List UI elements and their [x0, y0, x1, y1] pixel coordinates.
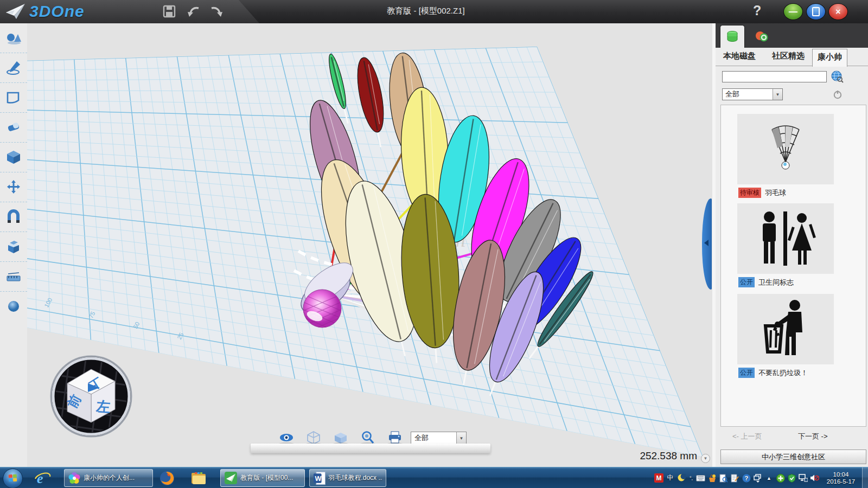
database-icon	[725, 30, 739, 44]
model-item-label: 公开 不要乱扔垃圾！	[738, 368, 808, 377]
file-explorer-button[interactable]	[188, 470, 209, 487]
next-page-button[interactable]: 下一页 ->	[798, 432, 828, 441]
close-button[interactable]: ×	[828, 3, 848, 20]
surface-icon	[5, 89, 22, 106]
resource-panel: 本地磁盘 社区精选 康小帅 全部 ▼	[712, 23, 868, 467]
move-tool[interactable]	[0, 172, 27, 202]
globe-search-icon	[831, 70, 844, 83]
model-item-thumbnail[interactable]	[737, 203, 834, 274]
paint-basket-tray-icon[interactable]	[707, 473, 717, 483]
pinwheel-icon	[68, 472, 81, 485]
panel-nav-tabs: 本地磁盘 社区精选 康小帅	[716, 48, 868, 66]
windows-taskbar: e 康小帅的个人创...	[0, 467, 868, 488]
online-search-button[interactable]	[831, 70, 844, 83]
ime-indicator[interactable]: 中	[666, 473, 675, 483]
task-button-3done[interactable]: 教育版 - [模型00...	[220, 469, 305, 487]
assembly-tool[interactable]	[0, 202, 27, 232]
tab-user-kangxiaoshuai[interactable]: 康小帅	[812, 49, 847, 67]
logo-text: 3DOne	[29, 2, 85, 21]
search-doc-tray-icon[interactable]	[719, 473, 728, 483]
clock-date: 2016-5-17	[821, 478, 860, 485]
task-button-personal-space[interactable]: 康小帅的个人创...	[64, 469, 153, 487]
combine-tool[interactable]	[0, 232, 27, 262]
windows-flag-icon	[8, 474, 17, 483]
taskbar-clock[interactable]: 10:04 2016-5-17	[821, 471, 860, 485]
viewport-scene: 100 75 50 25 i3DOne.com	[27, 23, 712, 467]
ruler-icon	[5, 268, 22, 285]
panel-icon-tabs	[716, 23, 868, 48]
chevron-down-icon[interactable]: ▼	[456, 432, 466, 444]
tab-community-featured[interactable]: 社区精选	[772, 51, 805, 61]
help-button[interactable]: ?	[753, 3, 761, 18]
sketch-tool[interactable]	[0, 53, 27, 83]
security-plus-tray-icon[interactable]	[776, 473, 785, 483]
shuttlecock-sketch-thumbnail	[767, 124, 805, 174]
measure-tool[interactable]	[0, 262, 27, 292]
window-restore-tray-icon[interactable]	[753, 473, 762, 483]
feature-tool[interactable]	[0, 143, 27, 172]
primitives-tool[interactable]	[0, 23, 27, 53]
help-tray-icon[interactable]: ?	[742, 473, 751, 483]
material-tool[interactable]	[0, 292, 27, 321]
show-desktop-button[interactable]	[862, 467, 868, 488]
undo-icon	[186, 4, 202, 20]
title-bar: 3DOne 教育版 - [模型002.Z1] ? — ×	[0, 0, 868, 24]
display-filter-select[interactable]: 全部 ▼	[411, 432, 467, 445]
task-button-word-doc[interactable]: W 羽毛球教程.docx ...	[309, 469, 386, 487]
previous-page-button[interactable]: <- 上一页	[732, 432, 762, 441]
trim-tool[interactable]	[0, 113, 27, 143]
tab-local-resources[interactable]	[720, 25, 745, 48]
undo-button[interactable]	[186, 4, 202, 20]
sphere-icon	[5, 298, 22, 314]
clock-time: 10:04	[821, 471, 860, 478]
left-toolbar	[0, 23, 28, 467]
show-hidden-icons-button[interactable]: ▲	[764, 473, 774, 483]
internet-explorer-button[interactable]: e	[31, 470, 53, 487]
surface-tool[interactable]	[0, 83, 27, 113]
minimize-button[interactable]: —	[783, 3, 803, 20]
search-input[interactable]	[722, 71, 827, 82]
model-list: 待审核 羽毛球 公开 卫生间标志	[720, 105, 866, 427]
combine-box-icon	[5, 239, 22, 255]
task-button-label: 康小帅的个人创...	[84, 473, 135, 483]
chevron-down-icon[interactable]: ▼	[773, 89, 782, 100]
start-button[interactable]	[3, 468, 23, 488]
restroom-sign-thumbnail	[753, 208, 818, 269]
model-item-thumbnail[interactable]	[737, 294, 834, 364]
view-cube[interactable]: 前 上 左	[51, 356, 131, 436]
chevron-left-icon	[704, 240, 709, 246]
measurement-unit-button[interactable]: ▼	[701, 454, 710, 463]
view-cube-left-face[interactable]: 左	[95, 398, 111, 415]
model-item-name: 羽毛球	[765, 188, 786, 198]
save-button[interactable]	[162, 4, 178, 20]
display-filter-value: 全部	[411, 433, 456, 443]
community-logo-icon	[755, 29, 770, 43]
firefox-button[interactable]	[156, 470, 178, 487]
volume-muted-tray-icon[interactable]	[810, 473, 819, 483]
logout-button[interactable]	[833, 89, 843, 99]
redo-button[interactable]	[208, 4, 225, 20]
status-badge-public: 公开	[738, 368, 755, 378]
mcafee-tray-icon[interactable]: M	[654, 473, 663, 483]
tab-community[interactable]	[750, 25, 774, 48]
status-badge-pending: 待审核	[738, 188, 761, 198]
svg-text:e: e	[37, 471, 43, 486]
edit-doc-tray-icon[interactable]	[730, 473, 739, 483]
task-button-label: 羽毛球教程.docx ...	[328, 473, 382, 483]
3done-app-icon	[224, 471, 238, 485]
keyboard-tray-icon[interactable]	[696, 473, 705, 483]
model-item-name: 卫生间标志	[758, 278, 794, 287]
tab-local-disk[interactable]: 本地磁盘	[723, 51, 756, 61]
maximize-button[interactable]	[806, 3, 826, 20]
save-icon	[162, 4, 177, 19]
shield-tray-icon[interactable]	[787, 473, 796, 483]
svg-text:W: W	[315, 474, 321, 482]
category-filter-select[interactable]: 全部 ▼	[722, 88, 783, 100]
moon-tray-icon[interactable]	[677, 473, 686, 483]
viewport-canvas[interactable]: 100 75 50 25 i3DOne.com	[27, 23, 712, 467]
community-site-button[interactable]: 中小学三维创意社区	[720, 450, 866, 464]
no-littering-thumbnail	[756, 299, 815, 359]
network-tray-icon[interactable]	[799, 473, 808, 483]
measurement-readout: 252.538 mm	[610, 450, 697, 462]
model-item-thumbnail[interactable]	[737, 114, 834, 184]
